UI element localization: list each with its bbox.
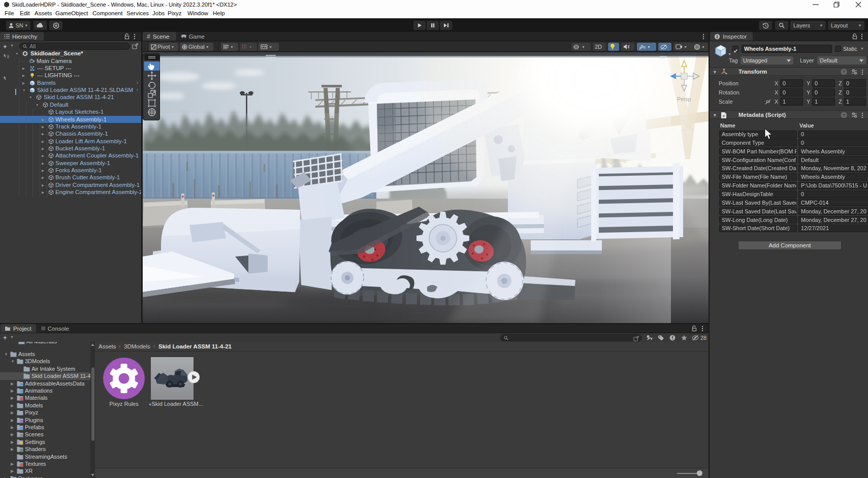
svg-text:?: ? [843, 70, 846, 75]
svg-text:Persp: Persp [677, 96, 691, 102]
svg-text:?: ? [843, 113, 846, 118]
svg-text:#: # [723, 114, 725, 118]
